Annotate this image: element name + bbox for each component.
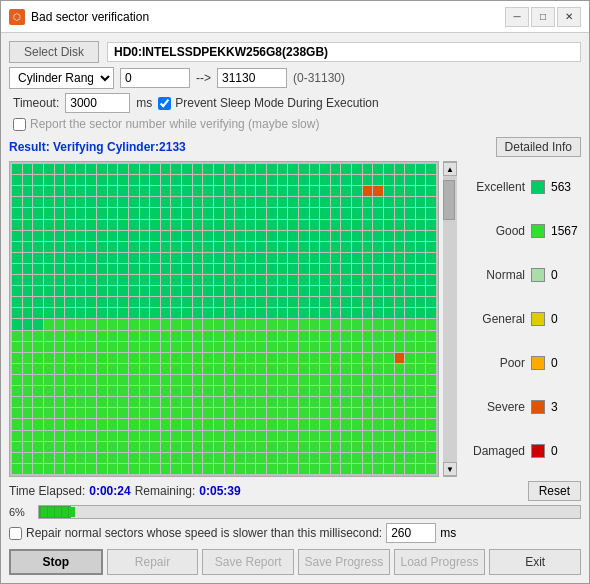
grid-scrollbar[interactable]: ▲ ▼ — [443, 161, 457, 477]
grid-cell — [171, 364, 181, 374]
grid-cell — [320, 175, 330, 185]
minimize-button[interactable]: ─ — [505, 7, 529, 27]
prevent-sleep-label[interactable]: Prevent Sleep Mode During Execution — [175, 96, 378, 110]
grid-cell — [65, 264, 75, 274]
grid-cell — [150, 197, 160, 207]
grid-cell — [373, 308, 383, 318]
grid-cell — [405, 253, 415, 263]
select-disk-button[interactable]: Select Disk — [9, 41, 99, 63]
grid-cell — [55, 331, 65, 341]
grid-cell — [363, 375, 373, 385]
repair-checkbox[interactable] — [9, 527, 22, 540]
grid-cell — [246, 464, 256, 474]
reset-button[interactable]: Reset — [528, 481, 581, 501]
grid-cell — [203, 186, 213, 196]
grid-cell — [267, 220, 277, 230]
detailed-info-button[interactable]: Detailed Info — [496, 137, 581, 157]
grid-cell — [288, 453, 298, 463]
grid-cell — [161, 186, 171, 196]
grid-cell — [310, 319, 320, 329]
grid-cell — [395, 319, 405, 329]
grid-cell — [55, 397, 65, 407]
grid-cell — [140, 342, 150, 352]
grid-cell — [405, 375, 415, 385]
scroll-up-button[interactable]: ▲ — [443, 162, 457, 176]
report-sector-label[interactable]: Report the sector number while verifying… — [30, 117, 319, 131]
grid-cell — [299, 308, 309, 318]
titlebar-left: ⬡ Bad sector verification — [9, 9, 149, 25]
grid-cell — [256, 297, 266, 307]
save-report-button[interactable]: Save Report — [202, 549, 294, 575]
arrow-label: --> — [196, 71, 211, 85]
prevent-sleep-checkbox[interactable] — [158, 97, 171, 110]
stop-button[interactable]: Stop — [9, 549, 103, 575]
repair-ms-input[interactable] — [386, 523, 436, 543]
grid-cell — [246, 308, 256, 318]
grid-cell — [76, 264, 86, 274]
grid-cell — [171, 264, 181, 274]
grid-cell — [65, 442, 75, 452]
range-end-input[interactable] — [217, 68, 287, 88]
grid-cell — [363, 231, 373, 241]
grid-cell — [76, 375, 86, 385]
grid-cell — [86, 286, 96, 296]
grid-cell — [235, 275, 245, 285]
repair-label[interactable]: Repair normal sectors whose speed is slo… — [26, 526, 382, 540]
grid-cell — [193, 375, 203, 385]
legend-count: 3 — [551, 400, 581, 414]
grid-cell — [299, 175, 309, 185]
grid-cell — [140, 197, 150, 207]
grid-cell — [150, 419, 160, 429]
repair-button[interactable]: Repair — [107, 549, 199, 575]
report-sector-checkbox[interactable] — [13, 118, 26, 131]
save-progress-button[interactable]: Save Progress — [298, 549, 390, 575]
range-start-input[interactable] — [120, 68, 190, 88]
grid-cell — [171, 397, 181, 407]
close-button[interactable]: ✕ — [557, 7, 581, 27]
grid-cell — [203, 319, 213, 329]
maximize-button[interactable]: □ — [531, 7, 555, 27]
grid-cell — [150, 431, 160, 441]
scrollbar-track[interactable] — [443, 176, 457, 462]
grid-cell — [278, 364, 288, 374]
grid-cell — [395, 286, 405, 296]
grid-cell — [278, 308, 288, 318]
grid-cell — [225, 208, 235, 218]
grid-cell — [118, 208, 128, 218]
grid-cell — [171, 453, 181, 463]
scrollbar-thumb[interactable] — [443, 180, 455, 220]
grid-cell — [86, 386, 96, 396]
timeout-input[interactable] — [65, 93, 130, 113]
grid-cell — [118, 397, 128, 407]
disk-name-label: HD0:INTELSSDPEKKW256G8(238GB) — [107, 42, 581, 62]
grid-cell — [214, 431, 224, 441]
grid-cell — [65, 308, 75, 318]
grid-cell — [161, 331, 171, 341]
grid-cell — [384, 253, 394, 263]
grid-cell — [129, 297, 139, 307]
grid-cell — [405, 197, 415, 207]
grid-cell — [44, 164, 54, 174]
grid-cell — [225, 275, 235, 285]
grid-cell — [65, 186, 75, 196]
grid-cell — [426, 419, 436, 429]
grid-cell — [384, 197, 394, 207]
grid-cell — [384, 342, 394, 352]
grid-cell — [299, 464, 309, 474]
grid-cell — [352, 375, 362, 385]
grid-cell — [235, 297, 245, 307]
grid-cell — [140, 297, 150, 307]
grid-cell — [108, 408, 118, 418]
grid-cell — [129, 242, 139, 252]
range-type-select[interactable]: Cylinder Range — [9, 67, 114, 89]
scroll-down-button[interactable]: ▼ — [443, 462, 457, 476]
remaining-value: 0:05:39 — [199, 484, 240, 498]
grid-cell — [108, 364, 118, 374]
grid-cell — [352, 308, 362, 318]
grid-cell — [65, 386, 75, 396]
grid-cell — [23, 297, 33, 307]
grid-cell — [171, 408, 181, 418]
grid-cell — [288, 297, 298, 307]
exit-button[interactable]: Exit — [489, 549, 581, 575]
load-progress-button[interactable]: Load Progress — [394, 549, 486, 575]
